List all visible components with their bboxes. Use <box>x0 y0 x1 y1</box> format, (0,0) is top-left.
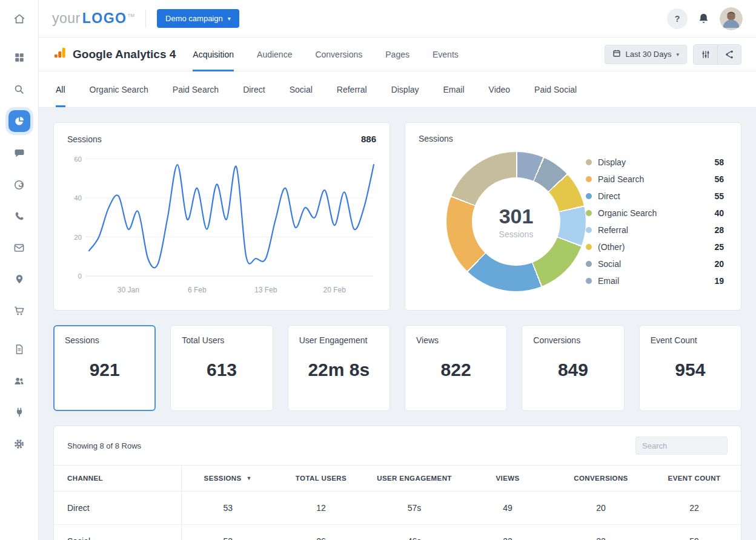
report-title: Google Analytics 4 <box>73 48 176 61</box>
cell-channel: Social <box>54 525 181 540</box>
topbar: your LOGO TM Demo campaign ▾ ? <box>39 0 756 38</box>
filters-button[interactable] <box>694 45 717 64</box>
svg-text:40: 40 <box>74 194 82 202</box>
column-header-user-engagement[interactable]: USER ENGAGEMENT <box>368 466 461 492</box>
legend-label: Email <box>598 276 708 286</box>
brand-word-logo: LOGO <box>82 10 127 27</box>
campaign-selector-button[interactable]: Demo campaign ▾ <box>157 9 239 28</box>
pie-chart-icon[interactable] <box>8 110 30 132</box>
kpi-value: 954 <box>651 360 730 380</box>
caret-down-icon: ▾ <box>228 15 231 22</box>
search-icon[interactable] <box>8 79 30 99</box>
column-header-views[interactable]: VIEWS <box>461 466 554 492</box>
tab-events[interactable]: Events <box>433 38 459 71</box>
table-row-count: Showing 8 of 8 Rows <box>67 441 141 450</box>
share-button[interactable] <box>717 45 741 64</box>
legend-dot <box>586 210 592 216</box>
table-search-input[interactable] <box>635 436 728 455</box>
legend-value: 40 <box>714 208 724 218</box>
map-pin-icon[interactable] <box>8 269 30 289</box>
date-range-button[interactable]: Last 30 Days ▾ <box>605 45 687 64</box>
channel-tab-video[interactable]: Video <box>489 71 511 107</box>
gear-icon[interactable] <box>8 433 30 454</box>
column-header-channel[interactable]: CHANNEL <box>54 466 181 492</box>
channel-tab-all[interactable]: All <box>56 71 65 107</box>
phone-icon[interactable] <box>8 206 30 226</box>
kpi-label: Sessions <box>65 335 144 345</box>
envelope-icon[interactable] <box>8 237 30 258</box>
channel-tab-referral[interactable]: Referral <box>337 71 367 107</box>
notifications-bell-icon[interactable] <box>697 12 710 25</box>
home-icon[interactable] <box>8 8 30 29</box>
sidebar-home-section <box>0 0 38 38</box>
kpi-label: Views <box>416 335 496 345</box>
legend-item-email[interactable]: Email19 <box>586 275 724 287</box>
legend-value: 56 <box>714 174 724 184</box>
cell-value: 57s <box>368 492 461 525</box>
legend-value: 25 <box>714 242 724 252</box>
kpi-card-sessions[interactable]: Sessions921 <box>53 325 156 411</box>
dashboard-grid-icon[interactable] <box>8 47 30 68</box>
legend-label: (Other) <box>598 242 708 252</box>
kpi-row: Sessions921Total Users613User Engagement… <box>53 325 741 411</box>
kpi-value: 921 <box>65 360 144 380</box>
column-header-sessions[interactable]: SESSIONS▼ <box>181 466 274 492</box>
donut-legend: Display58Paid Search56Direct55Organic Se… <box>586 156 724 287</box>
legend-item-direct[interactable]: Direct55 <box>586 190 724 202</box>
legend-dot <box>586 227 592 233</box>
legend-item-paid-search[interactable]: Paid Search56 <box>586 173 724 185</box>
column-header-conversions[interactable]: CONVERSIONS <box>554 466 648 492</box>
kpi-card-conversions[interactable]: Conversions849 <box>522 325 624 411</box>
kpi-card-event-count[interactable]: Event Count954 <box>639 325 741 411</box>
channel-tab-display[interactable]: Display <box>391 71 419 107</box>
chat-bubble-icon[interactable] <box>8 143 30 163</box>
tab-conversions[interactable]: Conversions <box>315 38 362 71</box>
app-root: your LOGO TM Demo campaign ▾ ? <box>0 0 756 540</box>
table-row-social[interactable]: Social532646s232259 <box>54 525 741 540</box>
svg-text:20: 20 <box>74 234 82 241</box>
user-avatar[interactable] <box>720 7 743 30</box>
cell-value: 59 <box>648 525 741 540</box>
legend-item-other[interactable]: (Other)25 <box>586 241 724 253</box>
legend-dot <box>586 278 592 284</box>
spiral-icon[interactable] <box>8 174 30 195</box>
cell-value: 26 <box>274 525 368 540</box>
legend-item-display[interactable]: Display58 <box>586 156 724 168</box>
legend-item-organic-search[interactable]: Organic Search40 <box>586 207 724 219</box>
column-header-event-count[interactable]: EVENT COUNT <box>648 466 741 492</box>
legend-item-referral[interactable]: Referral28 <box>586 224 724 236</box>
topbar-actions: ? <box>667 7 743 30</box>
kpi-card-views[interactable]: Views822 <box>405 325 507 411</box>
kpi-value: 22m 8s <box>299 360 379 380</box>
kpi-label: Conversions <box>533 335 612 345</box>
svg-text:30 Jan: 30 Jan <box>118 286 139 294</box>
kpi-card-total-users[interactable]: Total Users613 <box>170 325 273 411</box>
tab-pages[interactable]: Pages <box>385 38 409 71</box>
channel-tab-organic-search[interactable]: Organic Search <box>90 71 148 107</box>
channel-tab-paid-search[interactable]: Paid Search <box>173 71 219 107</box>
help-button[interactable]: ? <box>667 8 688 29</box>
users-icon[interactable] <box>8 370 30 391</box>
tab-acquisition[interactable]: Acquisition <box>193 38 234 71</box>
sort-caret-icon: ▼ <box>247 475 252 481</box>
cell-value: 23 <box>461 525 554 540</box>
content: Sessions 886 020406030 Jan6 Feb13 Feb20 … <box>39 108 756 540</box>
legend-item-social[interactable]: Social20 <box>586 258 724 270</box>
legend-dot <box>586 244 592 250</box>
channel-tab-social[interactable]: Social <box>290 71 313 107</box>
donut-center-label: Sessions <box>499 229 534 239</box>
table-row-direct[interactable]: Direct531257s492022 <box>54 492 741 525</box>
column-header-total-users[interactable]: TOTAL USERS <box>274 466 368 492</box>
svg-text:60: 60 <box>74 156 82 163</box>
channel-tab-direct[interactable]: Direct <box>243 71 265 107</box>
kpi-card-user-engagement[interactable]: User Engagement22m 8s <box>288 325 390 411</box>
tab-audience[interactable]: Audience <box>257 38 292 71</box>
document-icon[interactable] <box>8 339 30 360</box>
cell-value: 53 <box>181 492 274 525</box>
cart-icon[interactable] <box>8 300 30 321</box>
report-actions: Last 30 Days ▾ <box>605 44 741 65</box>
sessions-line-card: Sessions 886 020406030 Jan6 Feb13 Feb20 … <box>53 122 390 311</box>
channel-tab-paid-social[interactable]: Paid Social <box>534 71 577 107</box>
channel-tab-email[interactable]: Email <box>443 71 465 107</box>
plug-icon[interactable] <box>8 402 30 423</box>
